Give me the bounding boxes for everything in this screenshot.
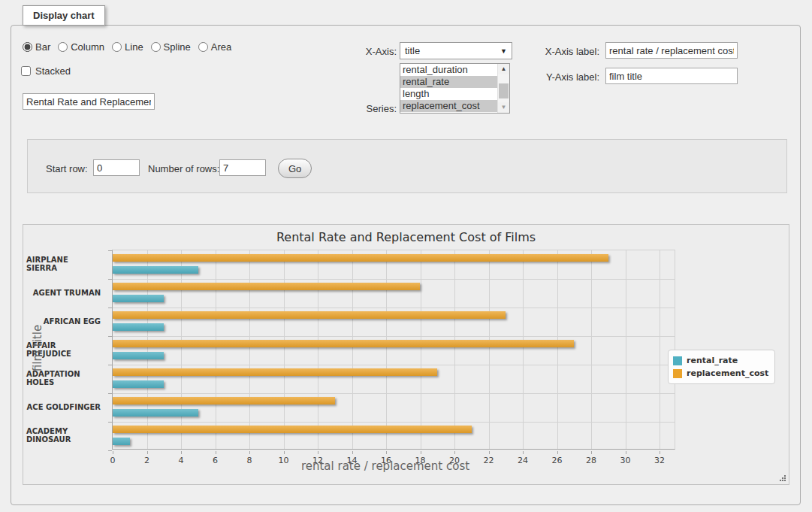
- gridline: [216, 250, 216, 449]
- x-tick-mark: [318, 451, 318, 454]
- gridline: [591, 250, 592, 449]
- x-tick-mark: [216, 451, 216, 454]
- bar-replacement_cost[interactable]: [113, 397, 335, 404]
- gridline: [284, 250, 285, 449]
- bar-rental_rate[interactable]: [113, 352, 164, 359]
- x-axis-select-label: X-Axis:: [331, 46, 397, 57]
- y-tick-mark: [108, 422, 112, 423]
- x-tick-mark: [113, 451, 113, 454]
- category-separator: [113, 308, 675, 308]
- chart-legend: rental_ratereplacement_cost: [668, 350, 775, 384]
- category-label: AGENT TRUMAN: [26, 278, 107, 307]
- series-option-length[interactable]: length: [400, 88, 497, 100]
- radio-spline[interactable]: [151, 42, 161, 52]
- bar-replacement_cost[interactable]: [113, 283, 420, 290]
- legend-label: replacement_cost: [687, 368, 768, 378]
- radio-label-bar: Bar: [35, 41, 50, 53]
- gridline: [386, 250, 387, 449]
- x-tick-mark: [249, 451, 250, 454]
- x-tick-mark: [284, 451, 285, 454]
- bar-replacement_cost[interactable]: [113, 340, 574, 347]
- fieldset-legend-tab: Display chart: [23, 5, 105, 26]
- radio-bar[interactable]: [23, 42, 32, 52]
- gridline: [489, 250, 490, 449]
- chart-type-option-bar[interactable]: Bar: [23, 41, 50, 53]
- radio-label-column: Column: [71, 41, 104, 53]
- radio-area[interactable]: [198, 42, 208, 52]
- x-tick-mark: [660, 451, 660, 454]
- series-select-label: Series:: [331, 103, 397, 114]
- x-axis-selected-value: title: [405, 45, 420, 56]
- category-separator: [113, 365, 675, 365]
- gridline: [660, 250, 660, 449]
- legend-label: rental_rate: [687, 356, 738, 365]
- chart-container: Rental Rate and Replacement Cost of Film…: [23, 224, 789, 485]
- chart-type-option-column[interactable]: Column: [58, 41, 104, 53]
- bar-rental_rate[interactable]: [113, 380, 164, 388]
- chart-type-radio-group: BarColumnLineSplineArea: [23, 41, 236, 53]
- y-tick-mark: [108, 308, 112, 308]
- bar-replacement_cost[interactable]: [113, 254, 608, 262]
- legend-swatch-icon: [673, 356, 682, 365]
- y-tick-mark: [108, 250, 112, 251]
- radio-line[interactable]: [112, 42, 122, 52]
- stacked-option: Stacked: [21, 65, 71, 77]
- y-tick-mark: [108, 365, 112, 365]
- legend-item-rental_rate[interactable]: rental_rate: [673, 354, 768, 367]
- bar-rental_rate[interactable]: [113, 438, 130, 445]
- num-rows-input[interactable]: [219, 159, 266, 176]
- category-label: ACADEMY DINOSAUR: [26, 421, 107, 450]
- chart-title: Rental Rate and Replacement Cost of Film…: [23, 230, 789, 244]
- x-tick-mark: [386, 451, 387, 454]
- category-separator: [113, 336, 675, 337]
- series-listbox[interactable]: rental_durationrental_ratelengthreplacem…: [400, 63, 510, 114]
- gridline: [557, 250, 558, 449]
- category-label: ACE GOLDFINGER: [26, 392, 107, 421]
- scrollbar-thumb[interactable]: [499, 83, 509, 98]
- scroll-down-icon[interactable]: ▼: [498, 102, 509, 113]
- series-option-replacement_cost[interactable]: replacement_cost: [400, 100, 497, 112]
- scroll-up-icon[interactable]: ▲: [498, 64, 509, 74]
- x-tick-mark: [591, 451, 592, 454]
- chart-type-option-area[interactable]: Area: [198, 41, 231, 53]
- resize-handle-icon[interactable]: [778, 474, 787, 483]
- chart-type-option-spline[interactable]: Spline: [151, 41, 191, 53]
- listbox-scrollbar[interactable]: ▲ ▼: [497, 64, 509, 113]
- x-tick-mark: [626, 451, 626, 454]
- gridline: [147, 250, 148, 449]
- radio-column[interactable]: [58, 42, 68, 52]
- bar-replacement_cost[interactable]: [113, 368, 437, 376]
- y-axis-label-input[interactable]: [605, 68, 738, 84]
- y-tick-mark: [108, 450, 112, 451]
- stacked-checkbox[interactable]: [21, 66, 31, 76]
- start-row-input[interactable]: [93, 159, 140, 176]
- gridline: [181, 250, 182, 449]
- chart-type-option-line[interactable]: Line: [112, 41, 143, 53]
- bar-rental_rate[interactable]: [113, 323, 164, 331]
- x-tick-mark: [557, 451, 558, 454]
- legend-item-replacement_cost[interactable]: replacement_cost: [673, 367, 768, 380]
- x-axis-label-label: X-Axis label:: [539, 46, 599, 57]
- x-axis-select[interactable]: title ▼: [400, 42, 512, 59]
- chart-title-input[interactable]: [23, 93, 155, 110]
- category-separator: [113, 393, 675, 394]
- series-option-rental_rate[interactable]: rental_rate: [400, 76, 497, 88]
- bar-replacement_cost[interactable]: [113, 311, 506, 319]
- bar-rental_rate[interactable]: [113, 266, 198, 274]
- x-tick-mark: [523, 451, 524, 454]
- bar-replacement_cost[interactable]: [113, 426, 472, 433]
- chevron-down-icon: ▼: [500, 47, 507, 55]
- gridline: [626, 250, 626, 449]
- bar-rental_rate[interactable]: [113, 409, 198, 417]
- radio-label-area: Area: [211, 41, 231, 53]
- gridline: [421, 250, 421, 449]
- x-tick-mark: [147, 451, 148, 454]
- gridline: [523, 250, 524, 449]
- y-axis-title: film title: [31, 307, 44, 389]
- gridline: [352, 250, 353, 449]
- go-button[interactable]: Go: [278, 159, 312, 178]
- bar-rental_rate[interactable]: [113, 295, 164, 302]
- x-axis-label-input[interactable]: [605, 42, 738, 59]
- x-tick-mark: [489, 451, 490, 454]
- series-option-rental_duration[interactable]: rental_duration: [400, 64, 497, 76]
